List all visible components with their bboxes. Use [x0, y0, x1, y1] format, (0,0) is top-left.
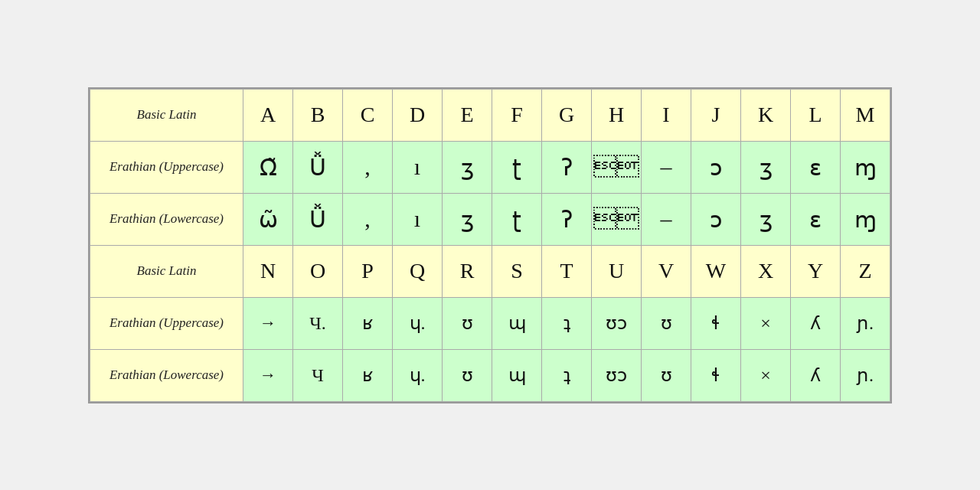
table-cell: H: [592, 89, 642, 141]
table-cell: ʊɔ: [592, 349, 642, 401]
table-cell: ʒ: [443, 141, 492, 193]
row-label: Erathian (Lowercase): [90, 193, 243, 245]
table-cell: T: [542, 245, 592, 297]
table-cell: ʊɔ: [592, 297, 642, 349]
table-cell: ʒ: [443, 193, 492, 245]
table-row: Erathian (Lowercase) ω̃ Ǚ , ı ʒ ʈ ʔ  –…: [90, 193, 890, 245]
row-label: Erathian (Uppercase): [90, 297, 243, 349]
table-cell: ʒ: [741, 141, 791, 193]
table-cell: I: [642, 89, 691, 141]
table-cell: B: [293, 89, 343, 141]
row-label: Erathian (Lowercase): [90, 349, 243, 401]
table-cell: M: [841, 89, 890, 141]
table-cell: ɰ: [492, 297, 542, 349]
table-cell: ɱ: [841, 193, 890, 245]
table-cell: Q: [393, 245, 443, 297]
character-table: Basic Latin A B C D E F G H I J K L M Er…: [90, 89, 890, 402]
table-cell: G: [542, 89, 592, 141]
table-cell: ʊ: [642, 349, 691, 401]
table-cell: ɔ: [691, 141, 741, 193]
table-cell: Ǚ: [293, 141, 343, 193]
table-cell: W: [691, 245, 741, 297]
row-label: Basic Latin: [90, 245, 243, 297]
table-cell: Z: [841, 245, 890, 297]
table-cell: ,: [343, 193, 393, 245]
table-cell: Ǚ: [293, 193, 343, 245]
table-cell: ɲ.: [841, 349, 890, 401]
table-cell: ɬ: [691, 349, 741, 401]
table-cell: –: [642, 193, 691, 245]
table-cell: A: [243, 89, 293, 141]
table-cell: ɥ.: [393, 349, 443, 401]
table-cell: ω̃: [243, 193, 293, 245]
table-cell: K: [741, 89, 791, 141]
table-cell: ʁ: [343, 297, 393, 349]
table-cell: ʁ: [343, 349, 393, 401]
table-cell: ʊ: [443, 297, 492, 349]
table-cell: ʇ: [542, 349, 592, 401]
table-cell: O: [293, 245, 343, 297]
table-cell: →: [243, 349, 293, 401]
table-cell: ʊ: [642, 297, 691, 349]
table-cell: N: [243, 245, 293, 297]
table-cell: ɱ: [841, 141, 890, 193]
table-cell: Ω̃: [243, 141, 293, 193]
table-cell: Y: [791, 245, 841, 297]
table-cell: X: [741, 245, 791, 297]
table-cell: D: [393, 89, 443, 141]
table-cell: ɥ.: [393, 297, 443, 349]
table-cell: Ч: [293, 349, 343, 401]
table-cell: ʎ: [791, 297, 841, 349]
table-row: Erathian (Uppercase) Ω̃ Ǚ , ı ʒ ʈ ʔ  –…: [90, 141, 890, 193]
table-cell: C: [343, 89, 393, 141]
table-cell: ɔ: [691, 193, 741, 245]
table-row: Basic Latin A B C D E F G H I J K L M: [90, 89, 890, 141]
table-cell: R: [443, 245, 492, 297]
table-row: Erathian (Uppercase) → Ч. ʁ ɥ. ʊ ɰ ʇ ʊɔ …: [90, 297, 890, 349]
main-table-container: Basic Latin A B C D E F G H I J K L M Er…: [88, 87, 892, 403]
table-cell: ×: [741, 349, 791, 401]
table-cell: ,: [343, 141, 393, 193]
table-cell: ʇ: [542, 297, 592, 349]
table-cell: ʔ: [542, 141, 592, 193]
table-cell: Ч.: [293, 297, 343, 349]
table-cell: ɰ: [492, 349, 542, 401]
table-cell: –: [642, 141, 691, 193]
row-label: Erathian (Uppercase): [90, 141, 243, 193]
table-cell: ɛ: [791, 193, 841, 245]
table-row: Basic Latin N O P Q R S T U V W X Y Z: [90, 245, 890, 297]
table-cell: ɲ.: [841, 297, 890, 349]
table-cell: : [592, 141, 642, 193]
table-cell: ʊ: [443, 349, 492, 401]
table-cell: ʈ: [492, 193, 542, 245]
table-cell: J: [691, 89, 741, 141]
table-cell: : [592, 193, 642, 245]
table-cell: V: [642, 245, 691, 297]
table-cell: ɛ: [791, 141, 841, 193]
table-cell: U: [592, 245, 642, 297]
table-cell: ʔ: [542, 193, 592, 245]
table-cell: →: [243, 297, 293, 349]
table-cell: ʈ: [492, 141, 542, 193]
table-cell: ʎ: [791, 349, 841, 401]
table-row: Erathian (Lowercase) → Ч ʁ ɥ. ʊ ɰ ʇ ʊɔ ʊ…: [90, 349, 890, 401]
table-cell: ʒ: [741, 193, 791, 245]
table-cell: ı: [393, 141, 443, 193]
table-cell: S: [492, 245, 542, 297]
table-cell: ɬ: [691, 297, 741, 349]
table-cell: ı: [393, 193, 443, 245]
table-cell: ×: [741, 297, 791, 349]
table-cell: F: [492, 89, 542, 141]
table-cell: E: [443, 89, 492, 141]
table-cell: P: [343, 245, 393, 297]
row-label: Basic Latin: [90, 89, 243, 141]
table-cell: L: [791, 89, 841, 141]
